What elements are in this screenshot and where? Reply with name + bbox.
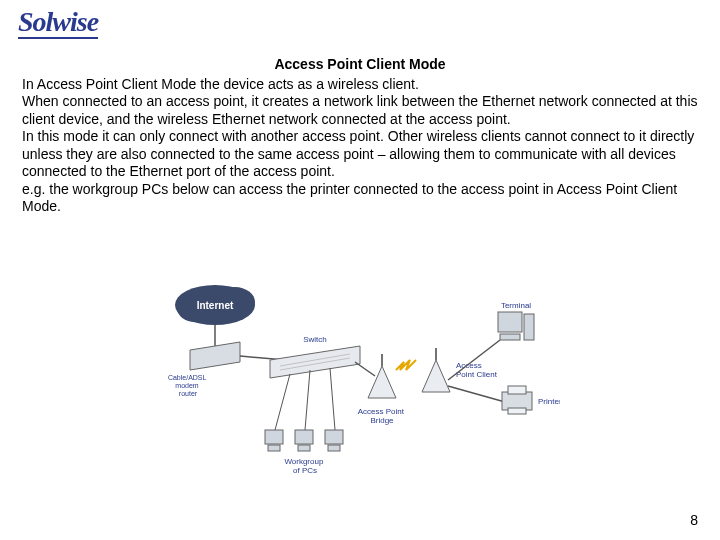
svg-line-10 [305,370,310,430]
svg-rect-17 [328,445,340,451]
svg-rect-30 [508,408,526,414]
page: Solwise Access Point Client Mode In Acce… [0,0,720,540]
svg-marker-4 [190,342,240,370]
svg-rect-12 [265,430,283,444]
router-label: Cable/ADSL modem router [168,374,208,397]
svg-marker-21 [422,360,450,392]
ap-client-icon [422,348,450,392]
ap-client-label: Access Point Client [456,361,498,379]
terminal-label: Terminal [501,301,531,310]
svg-rect-15 [298,445,310,451]
svg-marker-19 [368,366,396,398]
body-text: Access Point Client Mode In Access Point… [22,56,698,216]
svg-line-27 [448,386,505,402]
svg-rect-14 [295,430,313,444]
svg-line-18 [355,362,375,376]
svg-line-11 [330,368,335,430]
svg-rect-28 [502,392,532,410]
paragraph: e.g. the workgroup PCs below can access … [22,181,698,216]
switch-icon [270,346,360,378]
svg-rect-24 [498,312,522,332]
ap-bridge-label: Access Point Bridge [358,407,406,425]
network-diagram: Internet Cable/ADSL modem router Switch [160,280,560,480]
svg-line-9 [275,374,290,430]
svg-rect-29 [508,386,526,394]
internet-cloud-icon: Internet [175,285,255,325]
svg-rect-25 [524,314,534,340]
wireless-link-icon [396,360,416,370]
router-icon [190,342,240,370]
ap-bridge-icon [368,354,396,398]
page-title: Access Point Client Mode [22,56,698,74]
svg-rect-26 [500,334,520,340]
svg-rect-16 [325,430,343,444]
paragraph: In Access Point Client Mode the device a… [22,76,698,94]
workgroup-pcs-icon [265,430,343,451]
printer-label: Printer [538,397,560,406]
page-number: 8 [690,512,698,528]
paragraph: When connected to an access point, it cr… [22,93,698,128]
svg-rect-13 [268,445,280,451]
terminal-icon [498,312,534,340]
workgroup-label: Workgroup of PCs [284,457,325,475]
paragraph: In this mode it can only connect with an… [22,128,698,181]
svg-marker-6 [270,346,360,378]
brand-logo: Solwise [18,8,98,39]
switch-label: Switch [303,335,327,344]
printer-icon [502,386,532,414]
internet-label: Internet [197,300,234,311]
